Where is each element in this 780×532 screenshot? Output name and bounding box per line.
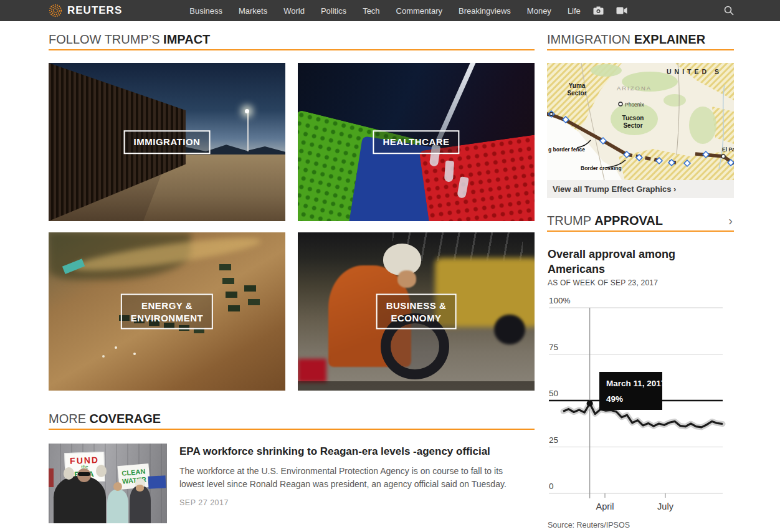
nav-item-world[interactable]: World xyxy=(283,6,305,16)
reuters-orbit-icon xyxy=(49,4,62,17)
border-fence-note: g border fence xyxy=(548,146,585,153)
search-icon xyxy=(724,6,734,16)
top-navigation-bar: REUTERS Business Markets World Politics … xyxy=(0,0,780,21)
reuters-logo[interactable]: REUTERS xyxy=(49,4,122,17)
heading-light-part: FOLLOW TRUMP’S xyxy=(49,32,160,46)
article-summary: The workforce at the U.S. Environmental … xyxy=(179,465,519,491)
border-crossing-note: Border crossing xyxy=(581,165,622,171)
approval-chart-title: Overall approval among Americans xyxy=(548,247,697,277)
border-map-graphic[interactable]: Yuma Sector ARIZONA Phoenix Tucson Secto… xyxy=(547,63,734,180)
svg-text:July: July xyxy=(657,501,674,511)
nav-item-commentary[interactable]: Commentary xyxy=(396,6,442,16)
svg-text:Sector: Sector xyxy=(623,122,642,129)
heading-bold-part: IMPACT xyxy=(163,32,210,46)
svg-text:49%: 49% xyxy=(606,394,623,404)
search-button[interactable] xyxy=(724,6,734,16)
protest-sign-blue xyxy=(148,475,166,488)
tile-immigration[interactable]: IMMIGRATION xyxy=(49,63,285,221)
tile-energy-environment[interactable]: ENERGY & ENVIRONMENT xyxy=(49,232,285,391)
immigration-explainer-heading: IMMIGRATION EXPLAINER xyxy=(547,31,734,50)
tile-label-immigration: IMMIGRATION xyxy=(124,130,211,154)
approval-chart-container: 100%7550250AprilJulyMarch 11, 201749% xyxy=(547,298,734,518)
nav-item-money[interactable]: Money xyxy=(527,6,551,16)
tile-healthcare[interactable]: HEALTHCARE xyxy=(298,63,535,221)
camera-icon xyxy=(593,6,604,15)
svg-text:50: 50 xyxy=(549,389,558,398)
article-thumbnail-epa-protest[interactable]: FUND the EPA CLEAN WATER xyxy=(49,444,167,523)
more-coverage-heading: MORE COVERAGE xyxy=(49,411,535,430)
trump-approval-heading[interactable]: TRUMP APPROVAL › xyxy=(547,212,734,232)
tile-label-healthcare: HEALTHCARE xyxy=(373,130,459,154)
reuters-homepage: REUTERS Business Markets World Politics … xyxy=(0,0,780,532)
svg-text:75: 75 xyxy=(549,343,558,352)
svg-text:April: April xyxy=(596,501,614,511)
article-epa-workforce: EPA workforce shrinking to Reagan-era le… xyxy=(179,445,536,507)
svg-text:Sector: Sector xyxy=(567,90,586,97)
svg-text:100%: 100% xyxy=(549,298,571,305)
united-states-label: UNITED S xyxy=(667,68,722,75)
pictures-nav-button[interactable] xyxy=(593,6,604,15)
brand-wordmark: REUTERS xyxy=(67,4,122,17)
view-all-trump-graphics-link[interactable]: View all Trump Effect Graphics › xyxy=(547,180,734,198)
article-headline[interactable]: EPA workforce shrinking to Reagan-era le… xyxy=(179,445,536,458)
nav-item-tech[interactable]: Tech xyxy=(363,6,379,16)
nav-item-life[interactable]: Life xyxy=(568,6,581,16)
nav-item-business[interactable]: Business xyxy=(189,6,222,16)
svg-text:25: 25 xyxy=(549,435,558,445)
tile-label-energy-environment: ENERGY & ENVIRONMENT xyxy=(121,294,213,330)
nav-item-markets[interactable]: Markets xyxy=(239,6,267,16)
chart-source: Source: Reuters/IPSOS xyxy=(548,521,630,530)
nav-item-politics[interactable]: Politics xyxy=(321,6,346,16)
approval-chart-subtitle: AS OF WEEK OF SEP 23, 2017 xyxy=(548,278,658,287)
arizona-border-map: Yuma Sector ARIZONA Phoenix Tucson Secto… xyxy=(547,63,734,180)
tile-business-economy[interactable]: BUSINESS & ECONOMY xyxy=(298,232,535,391)
chevron-right-icon[interactable]: › xyxy=(728,212,733,229)
video-camera-icon xyxy=(616,7,627,14)
nav-item-breakingviews[interactable]: Breakingviews xyxy=(459,6,511,16)
article-date: SEP 27 2017 xyxy=(179,498,536,507)
tile-label-business-economy: BUSINESS & ECONOMY xyxy=(376,294,457,330)
protest-sign-clean-water: CLEAN WATER xyxy=(117,463,150,490)
video-nav-button[interactable] xyxy=(616,7,627,14)
phoenix-city-marker xyxy=(619,102,622,106)
nav-menu: Business Markets World Politics Tech Com… xyxy=(189,6,581,16)
tucson-sector-label: Tucson xyxy=(622,115,644,121)
svg-text:0: 0 xyxy=(549,482,554,491)
el-paso-label: El Pa xyxy=(722,146,734,153)
svg-text:March 11, 2017: March 11, 2017 xyxy=(606,379,665,388)
arizona-label: ARIZONA xyxy=(617,85,652,92)
approval-chart[interactable]: 100%7550250AprilJulyMarch 11, 201749% xyxy=(547,298,734,516)
follow-trumps-impact-heading: FOLLOW TRUMP’S IMPACT xyxy=(49,31,535,50)
phoenix-label: Phoenix xyxy=(625,102,644,108)
yuma-sector-label: Yuma xyxy=(569,82,586,89)
